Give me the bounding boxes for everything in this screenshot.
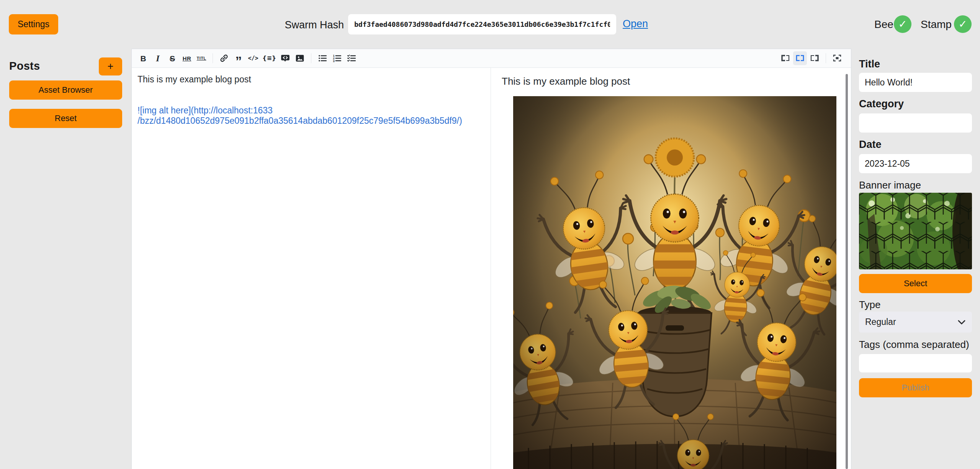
split-view-icon[interactable] [793, 51, 807, 65]
toolbar-separator [311, 53, 311, 63]
editor-only-view-icon[interactable] [779, 51, 792, 65]
date-input[interactable] [859, 154, 972, 173]
chevron-down-icon [957, 320, 966, 325]
embed-code-icon[interactable] [278, 51, 292, 65]
reset-button[interactable]: Reset [9, 109, 122, 128]
toolbar-view-controls [779, 51, 846, 65]
tags-label: Tags (comma separated) [859, 339, 969, 351]
open-link[interactable]: Open [623, 18, 648, 30]
swarm-hash-input[interactable] [348, 14, 616, 34]
category-label: Category [859, 98, 904, 110]
type-select-value: Regular [865, 317, 896, 327]
heading-icon[interactable]: TITL [195, 51, 208, 65]
posts-heading: Posts [9, 60, 40, 72]
editor-line: This is my example blog post [137, 74, 485, 85]
editor-panes: This is my example blog post ![img alt h… [132, 68, 851, 469]
image-icon[interactable] [293, 51, 307, 65]
markdown-preview-pane: This is my example blog post [491, 68, 851, 469]
bullet-list-icon[interactable] [316, 51, 329, 65]
preview-only-view-icon[interactable] [808, 51, 821, 65]
preview-scrollbar[interactable] [846, 74, 848, 469]
bold-icon[interactable]: B [136, 51, 150, 65]
editor-image-markdown-line: ![img alt here](http://localhost:1633 [137, 105, 485, 116]
strikethrough-icon[interactable]: S [165, 51, 179, 65]
banner-image-label: Banner image [859, 179, 921, 191]
settings-button[interactable]: Settings [9, 14, 58, 34]
publish-button[interactable]: Publish [859, 378, 972, 397]
post-settings-panel: Title Category Date Banner image [859, 0, 972, 469]
markdown-editor: B I S HR TITL ” </> {≡} [131, 49, 851, 469]
asset-browser-button[interactable]: Asset Browser [9, 80, 122, 100]
tags-input[interactable] [859, 354, 972, 372]
add-post-button[interactable]: + [99, 57, 122, 75]
quote-icon[interactable]: ” [232, 51, 245, 65]
editor-toolbar: B I S HR TITL ” </> {≡} [132, 49, 851, 68]
blog-post-image [513, 96, 836, 469]
link-icon[interactable] [217, 51, 231, 65]
ordered-list-icon[interactable]: 1 2 3 [330, 51, 344, 65]
type-label: Type [859, 299, 880, 311]
italic-icon[interactable]: I [151, 51, 165, 65]
horizontal-rule-icon[interactable]: HR [180, 51, 194, 65]
preview-paragraph: This is my example blog post [502, 75, 851, 87]
swarm-hash-label: Swarm Hash [283, 19, 344, 31]
toolbar-separator [213, 53, 213, 63]
code-block-icon[interactable]: {≡} [261, 51, 278, 65]
editor-blank-line [137, 95, 485, 105]
title-label: Title [859, 58, 880, 70]
inline-code-icon[interactable]: </> [246, 51, 260, 65]
category-input[interactable] [859, 113, 972, 133]
type-select[interactable]: Regular [859, 312, 972, 333]
toolbar-separator [826, 53, 826, 63]
editor-blank-line [137, 85, 485, 95]
editor-image-markdown-line: /bzz/d1480d10652d975e091b2ffa0a35614abda… [137, 116, 485, 126]
date-label: Date [859, 139, 882, 151]
task-list-icon[interactable] [345, 51, 358, 65]
select-banner-button[interactable]: Select [859, 274, 972, 293]
markdown-input-area[interactable]: This is my example blog post ![img alt h… [132, 68, 491, 469]
fullscreen-icon[interactable] [830, 51, 844, 65]
svg-text:3: 3 [333, 59, 335, 63]
banner-image-thumbnail [859, 193, 972, 269]
title-input[interactable] [859, 73, 972, 92]
